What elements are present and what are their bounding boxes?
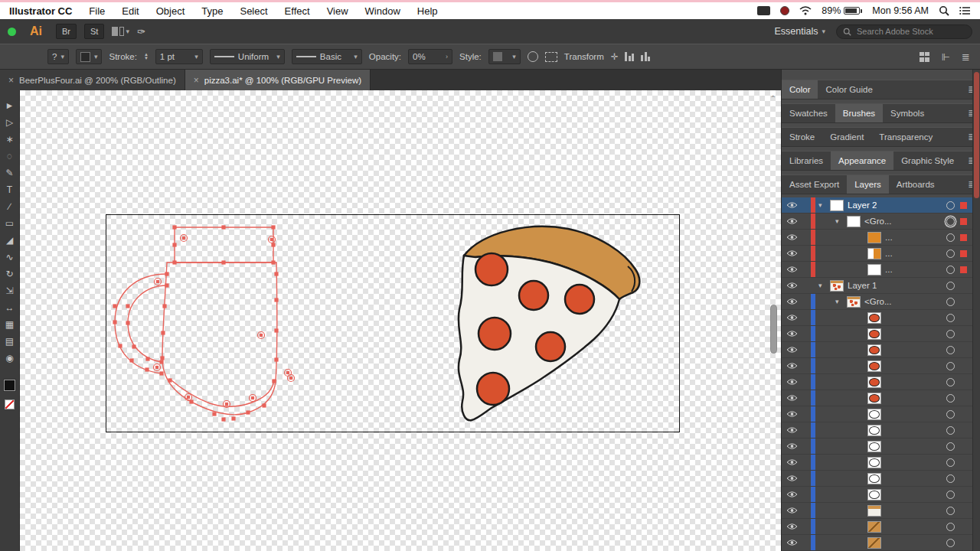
visibility-eye-icon[interactable] xyxy=(782,474,802,482)
direct-selection-tool[interactable]: ▷ xyxy=(2,115,18,129)
layer-row[interactable]: ▾Layer 2 xyxy=(782,197,972,214)
layer-thumbnail[interactable] xyxy=(867,377,881,388)
layer-target-circle[interactable] xyxy=(946,442,955,451)
app-menu[interactable]: Illustrator CC xyxy=(9,5,72,17)
layer-target-circle[interactable] xyxy=(946,458,955,467)
disclosure-triangle-icon[interactable]: ▾ xyxy=(818,201,826,209)
layer-target-circle[interactable] xyxy=(946,378,955,386)
workspace-switcher[interactable]: Essentials ▾ xyxy=(774,26,825,37)
canvas[interactable]: ⌃ xyxy=(20,90,781,551)
window-green-button[interactable] xyxy=(8,28,16,36)
layer-row[interactable] xyxy=(782,422,972,439)
brush-definition-dropdown[interactable]: Basic ▾ xyxy=(292,49,362,64)
layer-thumbnail[interactable] xyxy=(867,312,881,324)
layer-row[interactable]: ▾<Gro... xyxy=(782,214,972,230)
layer-row[interactable] xyxy=(782,439,972,455)
type-tool[interactable]: T xyxy=(2,182,18,197)
layer-thumbnail[interactable] xyxy=(867,521,881,533)
fill-color-dropdown[interactable]: ▾ xyxy=(76,49,103,64)
layer-thumbnail[interactable] xyxy=(867,344,881,356)
layer-target-circle[interactable] xyxy=(946,330,955,338)
layer-thumbnail[interactable] xyxy=(867,409,881,420)
layer-target-circle[interactable] xyxy=(946,233,955,242)
layer-row[interactable]: ▾Layer 1 xyxy=(782,278,972,294)
menu-item-effect[interactable]: Effect xyxy=(285,5,310,17)
style-dropdown[interactable]: ▾ xyxy=(488,49,521,64)
menu-item-edit[interactable]: Edit xyxy=(122,5,139,17)
panel-tab-swatches[interactable]: Swatches xyxy=(782,104,835,122)
visibility-eye-icon[interactable] xyxy=(782,491,802,498)
dock-panels-icon[interactable]: ⊩ xyxy=(942,51,949,63)
selection-tool[interactable]: ► xyxy=(2,98,18,112)
display-icon[interactable] xyxy=(757,6,770,15)
mesh-tool[interactable]: ▦ xyxy=(2,317,18,331)
layer-target-circle[interactable] xyxy=(946,346,955,354)
stroke-weight-dropdown[interactable]: 1 pt ▾ xyxy=(155,49,203,64)
layer-target-circle[interactable] xyxy=(946,507,955,515)
transform-link[interactable]: Transform xyxy=(564,52,604,61)
disclosure-triangle-icon[interactable]: ▾ xyxy=(818,282,826,289)
layer-row[interactable] xyxy=(782,471,972,487)
layer-target-circle[interactable] xyxy=(946,298,955,306)
line-segment-tool[interactable]: ∕ xyxy=(2,199,18,214)
gradient-tool[interactable]: ▤ xyxy=(2,334,18,348)
visibility-eye-icon[interactable] xyxy=(782,233,802,241)
layer-target-circle[interactable] xyxy=(946,523,955,531)
close-tab-icon[interactable]: × xyxy=(194,75,199,86)
layer-target-circle[interactable] xyxy=(946,217,955,226)
layer-label[interactable]: ... xyxy=(885,265,893,274)
panel-tab-appearance[interactable]: Appearance xyxy=(831,152,893,170)
visibility-eye-icon[interactable] xyxy=(782,378,802,386)
menu-item-view[interactable]: View xyxy=(327,5,348,17)
visibility-eye-icon[interactable] xyxy=(782,362,802,370)
visibility-eye-icon[interactable] xyxy=(782,201,802,209)
control-bar-menu-icon[interactable]: ≣ xyxy=(962,51,969,63)
layer-row[interactable] xyxy=(782,342,972,358)
visibility-eye-icon[interactable] xyxy=(782,346,802,354)
visibility-eye-icon[interactable] xyxy=(782,523,802,530)
visibility-eye-icon[interactable] xyxy=(782,442,802,450)
stroke-stepper[interactable]: ▲▼ xyxy=(144,53,149,60)
wifi-icon[interactable] xyxy=(799,6,812,15)
layer-thumbnail[interactable] xyxy=(867,393,881,404)
panel-tab-color-guide[interactable]: Color Guide xyxy=(818,80,880,99)
arrange-documents-icon[interactable]: ▾ xyxy=(112,27,129,36)
layer-row[interactable] xyxy=(782,358,972,374)
stroke-none-swatch[interactable] xyxy=(5,399,15,409)
menu-item-file[interactable]: File xyxy=(89,5,105,17)
layer-label[interactable]: ... xyxy=(885,249,893,258)
visibility-eye-icon[interactable] xyxy=(782,458,802,466)
workspace-grid-icon[interactable] xyxy=(920,52,929,62)
visibility-eye-icon[interactable] xyxy=(782,330,802,337)
layer-thumbnail[interactable] xyxy=(847,296,861,308)
paintbrush-tool[interactable]: ◢ xyxy=(2,233,18,247)
opacity-field[interactable]: 0% › xyxy=(408,49,452,64)
layer-label[interactable]: Layer 1 xyxy=(848,281,877,290)
panel-scrollbar[interactable] xyxy=(972,70,980,551)
layer-label[interactable]: ... xyxy=(885,233,893,242)
scale-tool[interactable]: ⇲ xyxy=(2,283,18,298)
visibility-eye-icon[interactable] xyxy=(782,410,802,418)
layer-thumbnail[interactable] xyxy=(867,232,881,243)
layer-thumbnail[interactable] xyxy=(867,537,881,549)
tool-preset-dropdown[interactable]: ? ▾ xyxy=(47,49,69,64)
pizza-slice[interactable] xyxy=(459,227,640,420)
layer-thumbnail[interactable] xyxy=(867,505,881,517)
scroll-up-icon[interactable]: ⌃ xyxy=(770,94,776,103)
disclosure-triangle-icon[interactable]: ▾ xyxy=(835,298,843,305)
panel-tab-asset-export[interactable]: Asset Export xyxy=(782,175,847,194)
visibility-eye-icon[interactable] xyxy=(782,314,802,321)
rotate-tool[interactable]: ↻ xyxy=(2,266,18,281)
layer-target-circle[interactable] xyxy=(946,539,955,547)
visibility-eye-icon[interactable] xyxy=(782,266,802,273)
visibility-eye-icon[interactable] xyxy=(782,249,802,257)
layer-target-circle[interactable] xyxy=(946,394,955,403)
layer-row[interactable] xyxy=(782,374,972,390)
stock-search-field[interactable] xyxy=(836,24,972,39)
layer-thumbnail[interactable] xyxy=(867,264,881,276)
panel-tab-graphic-style[interactable]: Graphic Style xyxy=(893,152,962,170)
layer-thumbnail[interactable] xyxy=(867,328,881,340)
visibility-eye-icon[interactable] xyxy=(782,298,802,305)
panel-tab-transparency[interactable]: Transparency xyxy=(871,128,940,146)
layer-row[interactable] xyxy=(782,390,972,406)
